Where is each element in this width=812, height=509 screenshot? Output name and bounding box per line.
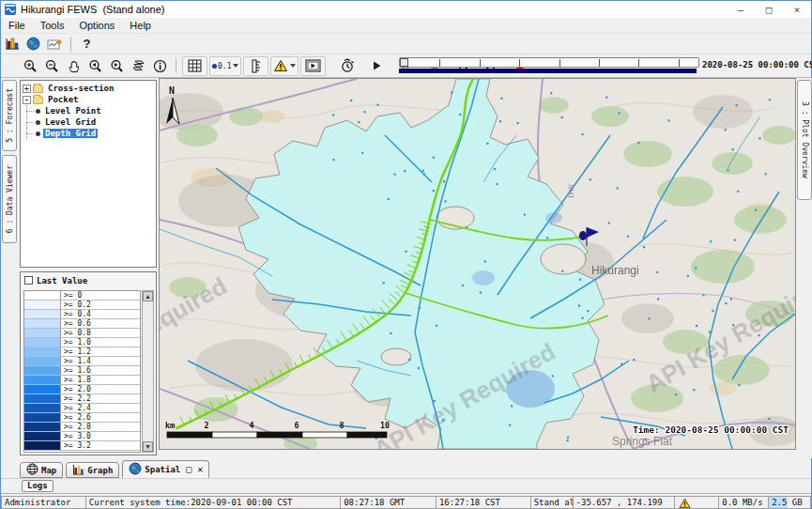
- tree-item-level-grid[interactable]: Level Grid: [23, 116, 156, 128]
- legend-row: >= 0.6: [24, 319, 140, 329]
- left-tab-strip: 5 : Forecast 6 : Data Viewer: [1, 78, 18, 458]
- longitudinal-profile-button[interactable]: [246, 56, 266, 75]
- tree-item-depth-grid[interactable]: Depth Grid: [23, 128, 156, 139]
- status-local-time: 16:27:18 CST: [436, 496, 530, 509]
- legend-color-swatch: [24, 310, 60, 318]
- legend-row: >= 1.2: [24, 347, 140, 357]
- globe-icon: [26, 463, 38, 477]
- legend-color-swatch: [24, 338, 60, 347]
- status-mode: Stand alone: [530, 496, 573, 509]
- animation-button[interactable]: [303, 56, 323, 75]
- folder-icon: [33, 85, 43, 93]
- timeline-tick: [638, 59, 639, 67]
- timeline-thumb[interactable]: [400, 58, 408, 67]
- legend-row: >= 1.0: [24, 338, 140, 347]
- time-settings-button[interactable]: [337, 56, 357, 75]
- tree-item-label: Level Grid: [43, 117, 98, 127]
- last-value-label: Last Value: [37, 276, 87, 285]
- tab-close-icon[interactable]: ✕: [197, 464, 203, 474]
- timeline-tick: [679, 59, 680, 67]
- zoom-in-button[interactable]: [21, 56, 40, 75]
- info-button[interactable]: [150, 56, 170, 75]
- legend-scrollbar[interactable]: ▲ ▼: [142, 290, 154, 453]
- tree-item-level-point[interactable]: Level Point: [23, 105, 156, 116]
- map-display-button[interactable]: [23, 35, 43, 54]
- timeseries-chart-button[interactable]: [45, 35, 65, 54]
- play-button[interactable]: [366, 56, 386, 75]
- legend-color-swatch: [24, 301, 60, 309]
- node-bullet-icon: [36, 109, 40, 114]
- scroll-up-icon[interactable]: ▲: [143, 291, 153, 301]
- threshold-dot-icon: [212, 64, 217, 69]
- legend-label: >= 1.2: [60, 347, 140, 356]
- logs-button[interactable]: Logs: [22, 480, 54, 492]
- expand-icon[interactable]: +: [23, 85, 31, 93]
- menu-help[interactable]: Help: [122, 18, 159, 33]
- map-view[interactable]: API Key Required API Key Required API Ke…: [159, 78, 796, 450]
- scroll-down-icon[interactable]: ▼: [143, 441, 153, 452]
- status-system-time: Current system time:2020-09-01 00:00 CST: [85, 496, 340, 509]
- legend-row: >= 2.6: [24, 413, 140, 423]
- main-area: 5 : Forecast 6 : Data Viewer +Cross-sect…: [1, 78, 812, 458]
- chevron-down-icon[interactable]: [233, 64, 238, 68]
- svg-text:N: N: [169, 85, 175, 96]
- last-value-checkbox[interactable]: [24, 276, 33, 285]
- toolbar-separator: [176, 58, 176, 73]
- legend-color-swatch: [24, 394, 60, 403]
- timeseries-dialog-button[interactable]: [2, 35, 22, 54]
- legend-table: >= 0>= 0.2>= 0.4>= 0.6>= 0.8>= 1.0>= 1.2…: [23, 290, 141, 453]
- zoom-next-button[interactable]: [107, 56, 127, 75]
- tree-item-cross-section[interactable]: +Cross-section: [23, 83, 156, 94]
- tab-restore-icon[interactable]: □: [186, 464, 192, 474]
- help-button[interactable]: ?: [77, 35, 97, 54]
- legend-color-swatch: [24, 319, 60, 328]
- maximize-button[interactable]: □: [755, 1, 783, 18]
- tree-item-label: Depth Grid: [43, 129, 98, 138]
- legend-label: >= 2.0: [60, 385, 140, 393]
- legend-label: >= 0.6: [60, 319, 140, 328]
- close-button[interactable]: ×: [783, 1, 811, 18]
- tab-plot-overview[interactable]: 3 : Plot Overview: [797, 80, 812, 200]
- collapse-icon[interactable]: -: [23, 96, 31, 104]
- threshold-display-button[interactable]: 0.1: [209, 56, 241, 76]
- road-label: SH1: [567, 184, 575, 199]
- legend-color-swatch: [24, 423, 60, 431]
- legend-row: >= 2.8: [24, 423, 140, 432]
- legend-row: >= 1.6: [24, 366, 140, 376]
- svg-text:8: 8: [339, 421, 344, 430]
- legend-color-swatch: [24, 357, 60, 365]
- timeline-range-bar: [399, 69, 697, 73]
- tree-item-label: Cross-section: [46, 84, 115, 93]
- town-label: Hikurangi: [591, 264, 639, 277]
- menu-tools[interactable]: Tools: [33, 18, 72, 33]
- legend-color-swatch: [24, 329, 60, 337]
- menu-file[interactable]: File: [1, 18, 33, 33]
- node-bullet-icon: [36, 131, 40, 136]
- legend-row: >= 2.4: [24, 404, 140, 413]
- timeline-track[interactable]: [399, 57, 699, 68]
- main-toolbar: ?: [1, 34, 811, 54]
- layers-button[interactable]: [129, 56, 148, 75]
- legend-row: >= 2.2: [24, 394, 140, 404]
- tree-item-pocket[interactable]: -Pocket: [23, 94, 156, 105]
- tab-graph[interactable]: Graph: [66, 462, 119, 478]
- status-gmt-time: 08:27:18 GMT: [340, 496, 436, 509]
- status-bar: AdministratorCurrent system time:2020-09…: [1, 493, 811, 509]
- minimize-button[interactable]: —: [727, 1, 755, 18]
- tab-forecast[interactable]: 5 : Forecast: [2, 80, 17, 151]
- zoom-previous-button[interactable]: [85, 56, 105, 75]
- tab-spatial[interactable]: Spatial□✕: [122, 460, 209, 478]
- legend-color-swatch: [24, 441, 60, 450]
- toolbar-datetime: 2020-08-25 00:00:00 CST: [702, 60, 812, 69]
- chevron-down-icon[interactable]: [290, 64, 296, 68]
- menu-options[interactable]: Options: [71, 18, 122, 33]
- tab-map[interactable]: Map: [20, 462, 63, 478]
- timeline-slider[interactable]: [399, 57, 699, 75]
- grid-display-button[interactable]: [185, 56, 205, 75]
- legend-color-swatch: [24, 432, 60, 440]
- tab-data-viewer[interactable]: 6 : Data Viewer: [2, 155, 17, 243]
- warning-display-button[interactable]: [270, 56, 299, 76]
- zoom-out-button[interactable]: [42, 56, 62, 75]
- pan-button[interactable]: [64, 56, 84, 75]
- graph-icon: [72, 464, 84, 477]
